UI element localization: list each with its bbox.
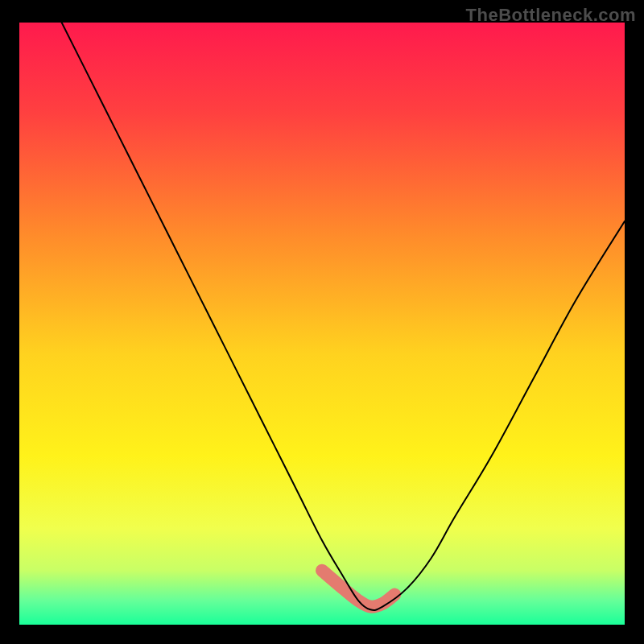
plot-area [19, 23, 625, 625]
bottleneck-chart [19, 23, 625, 625]
gradient-background [19, 23, 625, 625]
chart-frame: TheBottleneck.com [0, 0, 644, 644]
attribution-label: TheBottleneck.com [466, 5, 636, 26]
